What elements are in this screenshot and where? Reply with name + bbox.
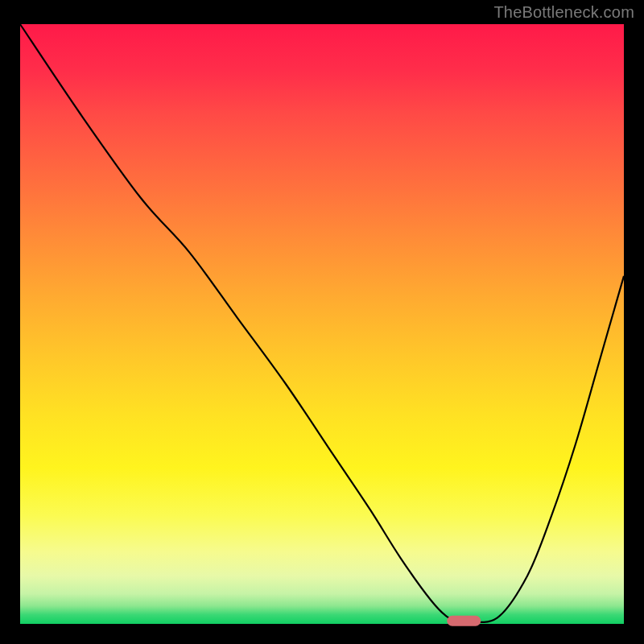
watermark-text: TheBottleneck.com — [493, 3, 634, 22]
chart-frame: TheBottleneck.com — [0, 0, 644, 644]
plot-area — [20, 24, 624, 624]
optimum-marker — [447, 616, 481, 626]
chart-svg — [20, 24, 624, 624]
bottleneck-curve — [20, 24, 624, 622]
